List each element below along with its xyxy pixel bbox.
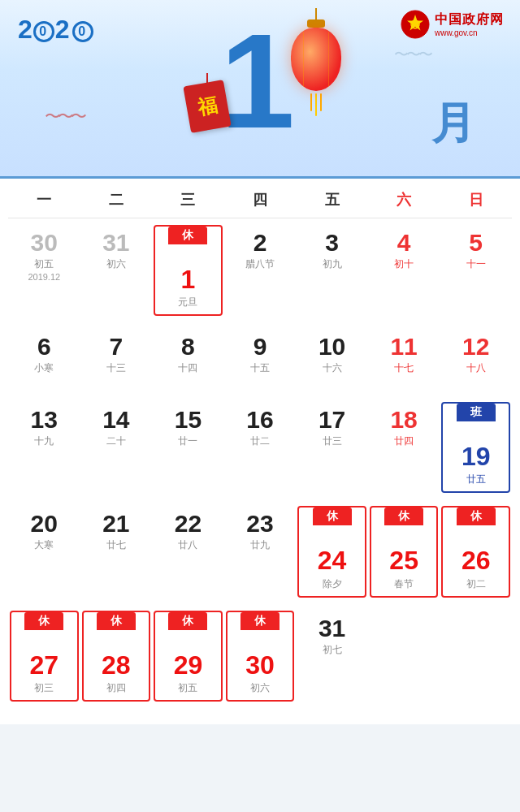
gov-emblem-icon <box>401 10 430 39</box>
calendar-week-1: 30 初五 2019.12 31 初六 休 1 元旦 2 腊八节 3 初九 4 … <box>8 218 512 322</box>
fu-tag-decoration: 福 <box>187 73 228 130</box>
day-lunar: 初六 <box>250 681 270 695</box>
day-lunar: 春节 <box>394 577 414 591</box>
calendar-week-3: 13 十九 14 二十 15 廿一 16 廿二 17 廿三 18 廿四 班 19… <box>8 395 512 499</box>
calendar-week-5: 休 27 初三 休 28 初四 休 29 初五 休 30 初六 31 初七 <box>8 604 512 708</box>
day-lunar: 廿八 <box>178 538 197 552</box>
day-lunar: 十六 <box>323 361 342 375</box>
day-lunar: 初四 <box>106 681 126 695</box>
day-lunar: 初三 <box>34 681 54 695</box>
day-number: 9 <box>254 333 267 360</box>
day-27[interactable]: 休 27 初三 <box>10 611 79 702</box>
day-number: 13 <box>31 406 58 433</box>
day-number: 16 <box>246 406 273 433</box>
day-lunar: 除夕 <box>323 577 342 591</box>
day-prev-30: 30 初五 2019.12 <box>8 222 80 318</box>
day-29[interactable]: 休 29 初五 <box>154 611 223 702</box>
day-lunar: 腊八节 <box>245 257 275 271</box>
day-2: 2 腊八节 <box>224 222 297 318</box>
day-number: 30 <box>245 651 275 680</box>
day-23: 23 廿九 <box>224 503 297 599</box>
day-lunar: 初十 <box>394 257 414 271</box>
day-lunar: 廿九 <box>250 538 270 552</box>
day-number: 14 <box>102 406 129 433</box>
day-3: 3 初九 <box>296 222 368 318</box>
day-lunar: 十三 <box>106 361 126 375</box>
day-number: 20 <box>31 510 58 537</box>
day-number: 24 <box>318 546 347 575</box>
weekday-fri: 五 <box>296 190 368 209</box>
day-number: 6 <box>37 333 51 360</box>
day-number: 17 <box>318 406 345 433</box>
day-lunar: 初二 <box>466 577 486 591</box>
day-number: 12 <box>462 333 489 360</box>
day-31: 31 初七 <box>296 608 368 704</box>
day-13: 13 十九 <box>8 400 80 495</box>
day-number: 29 <box>174 651 203 680</box>
yue-character: 月 <box>431 94 475 153</box>
gov-text: 中国政府网 www.gov.cn <box>435 11 504 37</box>
weekday-sat: 六 <box>368 190 440 209</box>
day-lunar: 廿四 <box>394 434 414 448</box>
day-lunar: 大寒 <box>34 538 54 552</box>
day-26[interactable]: 休 26 初二 <box>441 506 510 597</box>
day-lunar: 元旦 <box>178 296 197 309</box>
day-lunar: 十一 <box>466 257 486 271</box>
day-21: 21 廿七 <box>80 503 153 599</box>
day-16: 16 廿二 <box>224 400 297 495</box>
day-12: 12 十八 <box>440 326 512 391</box>
weekday-wed: 三 <box>152 190 224 209</box>
day-lunar: 初五 <box>34 257 54 271</box>
day-18: 18 廿四 <box>368 400 440 495</box>
rest-badge: 休 <box>168 227 207 244</box>
day-number: 19 <box>462 443 491 471</box>
empty-cell-2 <box>440 608 512 704</box>
weekday-row: 一 二 三 四 五 六 日 <box>8 179 512 218</box>
day-number: 8 <box>181 333 195 360</box>
day-lunar: 二十 <box>106 434 126 448</box>
day-7: 7 十三 <box>80 326 153 391</box>
day-number: 4 <box>397 229 411 256</box>
header: 2020 中国政府网 www.gov.cn 〜〜〜 1 <box>0 0 520 179</box>
rest-badge: 休 <box>168 612 207 630</box>
rest-badge: 休 <box>97 612 136 630</box>
rest-badge: 休 <box>240 612 280 630</box>
day-lunar: 初七 <box>323 643 342 657</box>
day-25[interactable]: 休 25 春节 <box>370 506 439 597</box>
day-number: 18 <box>390 406 417 433</box>
day-28[interactable]: 休 28 初四 <box>82 611 151 702</box>
day-number: 5 <box>469 229 483 256</box>
lantern-decoration <box>291 8 341 116</box>
day-number: 22 <box>175 510 202 537</box>
day-lunar: 廿七 <box>106 538 126 552</box>
rest-badge: 休 <box>384 508 423 525</box>
day-9: 9 十五 <box>224 326 297 391</box>
year-logo: 2020 <box>18 15 94 45</box>
day-lunar: 十五 <box>250 361 270 375</box>
day-22: 22 廿八 <box>152 503 224 599</box>
calendar-week-4: 20 大寒 21 廿七 22 廿八 23 廿九 休 24 除夕 休 25 春节 … <box>8 499 512 603</box>
day-19[interactable]: 班 19 廿五 <box>441 402 510 493</box>
rest-badge: 休 <box>24 612 63 630</box>
day-1[interactable]: 休 1 元旦 <box>154 225 223 316</box>
day-6: 6 小寒 <box>8 326 80 391</box>
day-4: 4 初十 <box>368 222 440 318</box>
day-lunar: 廿五 <box>466 473 486 486</box>
day-number: 21 <box>102 510 129 537</box>
day-24[interactable]: 休 24 除夕 <box>297 506 366 597</box>
weekday-tue: 二 <box>80 190 153 209</box>
calendar-body: 一 二 三 四 五 六 日 30 初五 2019.12 31 初六 休 1 元旦… <box>0 179 520 724</box>
day-lunar: 十九 <box>34 434 54 448</box>
calendar-week-2: 6 小寒 7 十三 8 十四 9 十五 10 十六 11 十七 12 十八 <box>8 322 512 395</box>
day-5: 5 十一 <box>440 222 512 318</box>
day-30[interactable]: 休 30 初六 <box>226 611 295 702</box>
day-lunar: 初五 <box>178 681 197 695</box>
day-lunar: 廿二 <box>250 434 270 448</box>
day-lunar: 初六 <box>106 257 126 271</box>
day-lunar: 十四 <box>178 361 197 375</box>
day-lunar: 廿三 <box>323 434 342 448</box>
day-11: 11 十七 <box>368 326 440 391</box>
day-number: 10 <box>318 333 345 360</box>
cloud-right-decoration: 〜〜〜 <box>394 45 431 64</box>
empty-cell-1 <box>368 608 440 704</box>
